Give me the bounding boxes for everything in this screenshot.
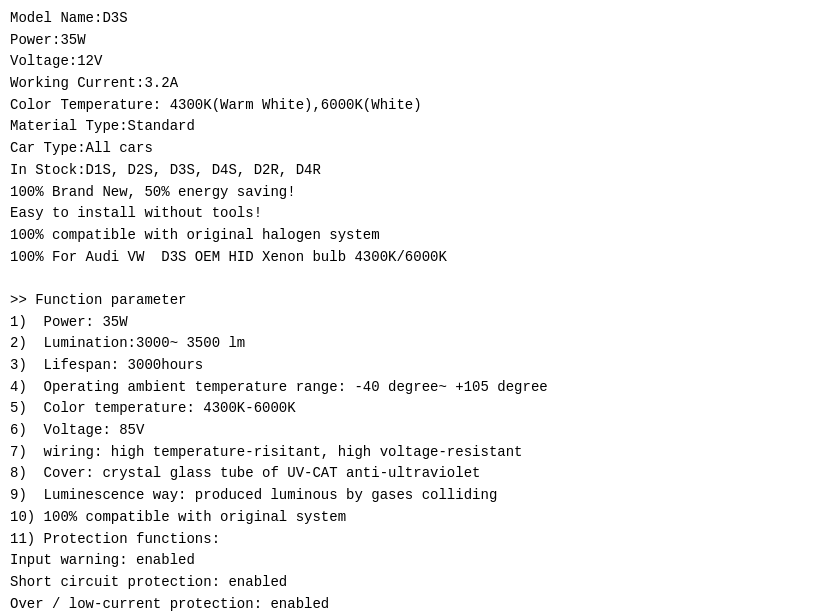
description-line: Model Name:D3S [10,8,806,30]
description-line: Car Type:All cars [10,138,806,160]
description-line: 11) Protection functions: [10,529,806,551]
description-line: Color Temperature: 4300K(Warm White),600… [10,95,806,117]
description-line: 9) Luminescence way: produced luminous b… [10,485,806,507]
description-line: 6) Voltage: 85V [10,420,806,442]
description-line: 7) wiring: high temperature-risitant, hi… [10,442,806,464]
product-description: Model Name:D3SPower:35WVoltage:12VWorkin… [10,8,806,615]
description-line: Power:35W [10,30,806,52]
description-line: Working Current:3.2A [10,73,806,95]
description-line: 4) Operating ambient temperature range: … [10,377,806,399]
description-line: 2) Lumination:3000~ 3500 lm [10,333,806,355]
description-line: 5) Color temperature: 4300K-6000K [10,398,806,420]
description-line: Material Type:Standard [10,116,806,138]
description-line: 1) Power: 35W [10,312,806,334]
description-line: Voltage:12V [10,51,806,73]
description-line: >> Function parameter [10,290,806,312]
description-line: 10) 100% compatible with original system [10,507,806,529]
description-line: 8) Cover: crystal glass tube of UV-CAT a… [10,463,806,485]
description-line: Easy to install without tools! [10,203,806,225]
description-line: Input warning: enabled [10,550,806,572]
description-line: Over / low-current protection: enabled [10,594,806,615]
description-line: 100% For Audi VW D3S OEM HID Xenon bulb … [10,247,806,269]
description-line: 3) Lifespan: 3000hours [10,355,806,377]
description-line [10,268,806,290]
description-line: 100% compatible with original halogen sy… [10,225,806,247]
description-line: In Stock:D1S, D2S, D3S, D4S, D2R, D4R [10,160,806,182]
description-line: Short circuit protection: enabled [10,572,806,594]
description-line: 100% Brand New, 50% energy saving! [10,182,806,204]
